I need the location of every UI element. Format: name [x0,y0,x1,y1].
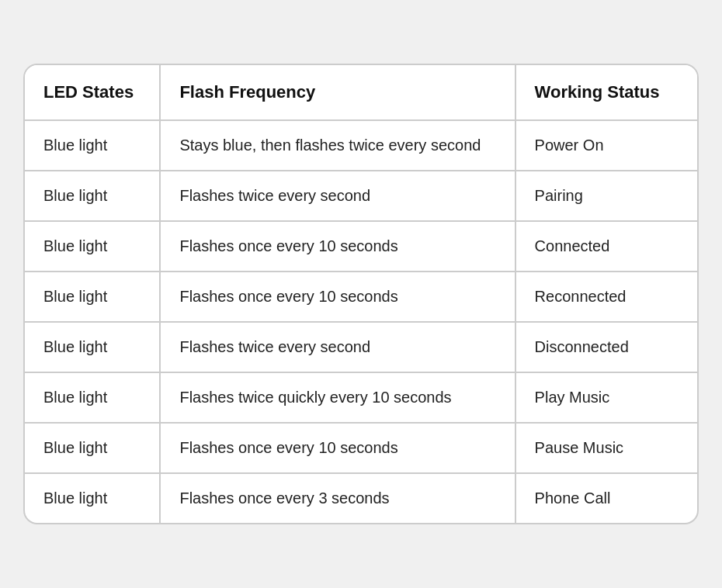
table-row: Blue lightFlashes once every 10 secondsR… [25,272,697,322]
table-row: Blue lightFlashes once every 10 secondsC… [25,221,697,272]
led-states-table: LED States Flash Frequency Working Statu… [23,64,699,524]
cell-flash-frequency: Flashes once every 10 seconds [160,423,515,473]
cell-led-state: Blue light [25,322,160,372]
cell-flash-frequency: Flashes once every 3 seconds [160,473,515,523]
table-row: Blue lightFlashes twice every secondPair… [25,171,697,221]
cell-led-state: Blue light [25,473,160,523]
cell-working-status: Power On [515,120,697,171]
header-flash-frequency: Flash Frequency [160,65,515,120]
table-row: Blue lightStays blue, then flashes twice… [25,120,697,171]
table-row: Blue lightFlashes twice every secondDisc… [25,322,697,372]
cell-led-state: Blue light [25,272,160,322]
cell-working-status: Connected [515,221,697,272]
cell-flash-frequency: Flashes once every 10 seconds [160,272,515,322]
cell-led-state: Blue light [25,423,160,473]
cell-working-status: Disconnected [515,322,697,372]
cell-flash-frequency: Stays blue, then flashes twice every sec… [160,120,515,171]
header-led-states: LED States [25,65,160,120]
cell-flash-frequency: Flashes twice every second [160,322,515,372]
header-working-status: Working Status [515,65,697,120]
cell-working-status: Reconnected [515,272,697,322]
table-row: Blue lightFlashes twice quickly every 10… [25,372,697,423]
cell-flash-frequency: Flashes twice quickly every 10 seconds [160,372,515,423]
cell-flash-frequency: Flashes once every 10 seconds [160,221,515,272]
table-row: Blue lightFlashes once every 3 secondsPh… [25,473,697,523]
cell-flash-frequency: Flashes twice every second [160,171,515,221]
cell-working-status: Play Music [515,372,697,423]
cell-led-state: Blue light [25,171,160,221]
cell-working-status: Pairing [515,171,697,221]
cell-led-state: Blue light [25,120,160,171]
table-row: Blue lightFlashes once every 10 secondsP… [25,423,697,473]
cell-led-state: Blue light [25,372,160,423]
cell-working-status: Phone Call [515,473,697,523]
cell-led-state: Blue light [25,221,160,272]
cell-working-status: Pause Music [515,423,697,473]
table-header-row: LED States Flash Frequency Working Statu… [25,65,697,120]
